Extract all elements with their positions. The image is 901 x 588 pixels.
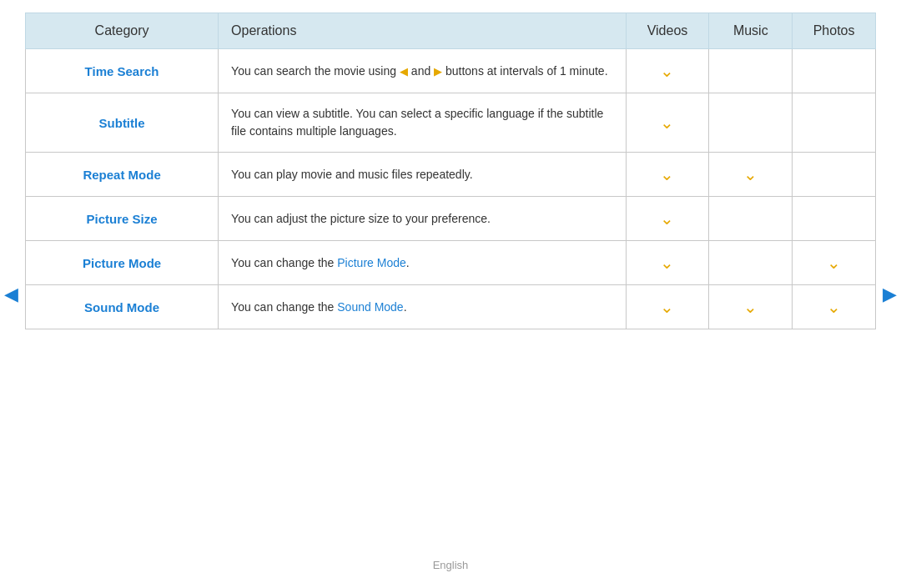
photos-sound-mode: ⌄ [793, 285, 876, 329]
table-row: Sound Mode You can change the Sound Mode… [26, 285, 876, 329]
picture-mode-link[interactable]: Picture Mode [337, 256, 405, 269]
music-repeat-mode: ⌄ [709, 153, 793, 197]
photos-picture-size [793, 197, 876, 241]
main-table: Category Operations Videos Music Photos … [25, 13, 876, 329]
check-icon: ⌄ [660, 164, 674, 184]
videos-picture-size: ⌄ [626, 197, 709, 241]
category-repeat-mode: Repeat Mode [26, 153, 219, 197]
videos-sound-mode: ⌄ [626, 285, 709, 329]
page-container: ◀ ▶ Category Operations Videos Music Pho… [0, 0, 901, 588]
header-music: Music [709, 13, 793, 49]
header-photos: Photos [793, 13, 876, 49]
table-header-row: Category Operations Videos Music Photos [26, 13, 876, 49]
table-row: Repeat Mode You can play movie and music… [26, 153, 876, 197]
footer-text: English [433, 559, 469, 571]
ops-picture-mode: You can change the Picture Mode. [219, 241, 626, 285]
check-icon: ⌄ [660, 113, 674, 133]
header-videos: Videos [626, 13, 709, 49]
sound-mode-link[interactable]: Sound Mode [337, 300, 403, 314]
photos-picture-mode: ⌄ [793, 241, 876, 285]
ops-subtitle: You can view a subtitle. You can select … [219, 93, 626, 153]
videos-time-search: ⌄ [626, 49, 709, 93]
right-arrow-icon: ▶ [434, 65, 442, 78]
photos-time-search [793, 49, 876, 93]
videos-subtitle: ⌄ [626, 93, 709, 153]
nav-arrow-right[interactable]: ▶ [883, 284, 897, 305]
music-subtitle [709, 93, 793, 153]
music-picture-size [709, 197, 793, 241]
table-row: Subtitle You can view a subtitle. You ca… [26, 93, 876, 153]
check-icon: ⌄ [827, 297, 841, 317]
photos-repeat-mode [793, 153, 876, 197]
nav-arrow-left[interactable]: ◀ [4, 284, 18, 305]
check-icon: ⌄ [827, 253, 841, 273]
ops-time-search: You can search the movie using ◀ and ▶ b… [219, 49, 626, 93]
category-subtitle: Subtitle [26, 93, 219, 153]
ops-repeat-mode: You can play movie and music files repea… [219, 153, 626, 197]
check-icon: ⌄ [660, 253, 674, 273]
videos-repeat-mode: ⌄ [626, 153, 709, 197]
check-icon: ⌄ [660, 209, 674, 229]
music-picture-mode [709, 241, 793, 285]
music-sound-mode: ⌄ [709, 285, 793, 329]
header-operations: Operations [219, 13, 626, 49]
check-icon: ⌄ [660, 61, 674, 81]
category-sound-mode: Sound Mode [26, 285, 219, 329]
photos-subtitle [793, 93, 876, 153]
table-row: Time Search You can search the movie usi… [26, 49, 876, 93]
check-icon: ⌄ [743, 164, 758, 184]
table-row: Picture Size You can adjust the picture … [26, 197, 876, 241]
left-arrow-icon: ◀ [400, 65, 408, 78]
music-time-search [709, 49, 793, 93]
check-icon: ⌄ [660, 297, 674, 317]
table-wrapper: Category Operations Videos Music Photos … [25, 13, 876, 329]
header-category: Category [26, 13, 219, 49]
category-time-search: Time Search [26, 49, 219, 93]
check-icon: ⌄ [743, 297, 758, 317]
table-row: Picture Mode You can change the Picture … [26, 241, 876, 285]
ops-sound-mode: You can change the Sound Mode. [219, 285, 626, 329]
category-picture-size: Picture Size [26, 197, 219, 241]
category-picture-mode: Picture Mode [26, 241, 219, 285]
videos-picture-mode: ⌄ [626, 241, 709, 285]
ops-picture-size: You can adjust the picture size to your … [219, 197, 626, 241]
